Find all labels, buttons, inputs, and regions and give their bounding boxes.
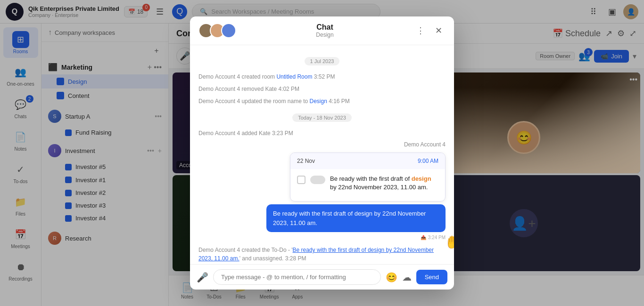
send-btn[interactable]: Send: [416, 270, 447, 284]
chat-close-btn[interactable]: ✕: [431, 24, 446, 38]
chat-avatar-3: [221, 23, 236, 38]
emoji-icon[interactable]: 😊: [386, 272, 397, 283]
chat-messages: 1 Jul 2023 Demo Account 4 created room U…: [190, 45, 454, 264]
chat-modal-subtitle: Design: [236, 32, 413, 38]
chat-input-area: 🎤 😊 ☁ Send: [190, 264, 454, 290]
todo-bubble: Be ready with the first draft of design …: [266, 204, 446, 232]
mic-input-icon[interactable]: 🎤: [197, 272, 208, 283]
attachment-icon[interactable]: ☁: [402, 272, 412, 283]
system-msg-1: Demo Account 4 created room Untitled Roo…: [198, 72, 446, 81]
todo-highlight: design: [412, 175, 431, 182]
chat-modal-avatars: [198, 23, 236, 38]
system-todo-msg: Demo Account 4 created the To-Do - 'Be r…: [198, 244, 446, 264]
chat-more-btn[interactable]: ⋮: [413, 24, 428, 38]
modal-overlay[interactable]: Chat Design ⋮ ✕ 1 Jul 2023 Demo Account …: [0, 0, 644, 306]
design-link[interactable]: Design: [309, 98, 327, 105]
system-msg-added-kate: Demo Account 4 added Kate 3:23 PM: [198, 129, 446, 137]
chat-modal-title: Chat: [236, 23, 413, 32]
hand-cursor-icon: 🤚: [445, 235, 454, 250]
todo-card-header: 22 Nov 9:00 AM: [290, 153, 445, 169]
todo-card: 22 Nov 9:00 AM Be ready with the first d…: [290, 153, 446, 201]
system-msg-3: Demo Account 4 updated the room name to …: [198, 97, 446, 105]
todo-time: 9:00 AM: [418, 158, 438, 164]
untitled-room-link[interactable]: Untitled Room: [276, 73, 312, 80]
chat-bubble-with-todo: 22 Nov 9:00 AM Be ready with the first d…: [198, 153, 446, 240]
todo-date: 22 Nov: [297, 158, 315, 164]
todo-link[interactable]: Be ready with the first draft of design …: [198, 247, 434, 262]
chat-input[interactable]: [213, 269, 381, 285]
sender-label: Demo Account 4: [198, 141, 446, 148]
date-divider-old: 1 Jul 2023: [198, 56, 446, 65]
chat-modal-actions: ⋮ ✕: [413, 24, 446, 38]
chat-modal-header: Chat Design ⋮ ✕: [190, 16, 454, 45]
message-time: 📤 3:24 PM: [421, 235, 446, 240]
system-msg-2: Demo Account 4 removed Kate 4:02 PM: [198, 85, 446, 93]
chat-modal: Chat Design ⋮ ✕ 1 Jul 2023 Demo Account …: [190, 16, 454, 290]
date-divider-today: Today - 18 Nov 2023: [198, 113, 446, 121]
todo-check-row: Be ready with the first draft of design …: [297, 175, 438, 192]
todo-text: Be ready with the first draft of design …: [330, 175, 438, 192]
todo-card-body: Be ready with the first draft of design …: [290, 169, 445, 201]
chat-modal-title-area: Chat Design: [236, 23, 413, 38]
todo-toggle[interactable]: [310, 176, 325, 184]
todo-checkbox[interactable]: [297, 176, 305, 184]
